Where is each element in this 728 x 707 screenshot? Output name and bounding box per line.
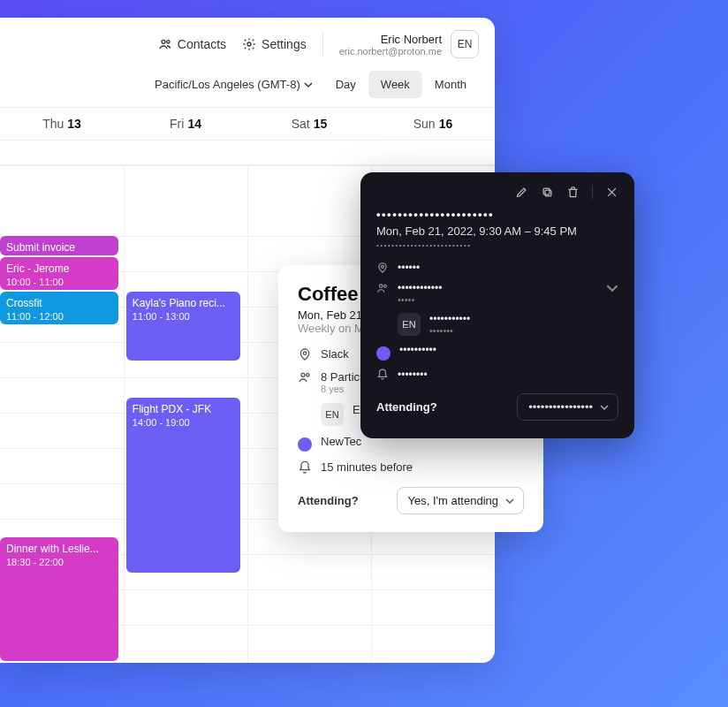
event-time: 10:00 - 11:00: [6, 276, 112, 289]
organizer-avatar: EN: [398, 313, 421, 336]
svg-point-1: [166, 41, 169, 43]
settings-label: Settings: [262, 37, 307, 51]
gear-icon: [242, 37, 256, 51]
reminder-row: ••••••••: [376, 369, 618, 381]
copy-icon[interactable]: [541, 186, 554, 199]
event-time: 18:30 - 22:00: [6, 556, 112, 569]
reminder-value: 15 minutes before: [321, 460, 413, 474]
participants-sub: •••••: [398, 294, 442, 305]
location-value: ••••••: [398, 262, 420, 274]
settings-link[interactable]: Settings: [242, 37, 307, 51]
calendar-name: ••••••••••: [399, 344, 436, 356]
event-title: Submit invoice: [6, 240, 112, 255]
contacts-label: Contacts: [178, 37, 226, 51]
app-header: Contacts Settings Eric Norbert eric.norb…: [0, 18, 495, 71]
popover-tools: [376, 185, 618, 199]
location-icon: [376, 262, 389, 274]
trash-icon[interactable]: [566, 186, 580, 199]
user-menu[interactable]: Eric Norbert eric.norbert@proton.me EN: [339, 30, 479, 58]
participants-count: 8 Partici: [321, 370, 362, 384]
event-eric-jerome[interactable]: Eric - Jerome 10:00 - 11:00: [0, 257, 118, 290]
event-popover-dark: •••••••••••••••••••••• Mon, Feb 21, 2022…: [360, 172, 634, 438]
organizer-name: E: [353, 403, 360, 416]
event-title: Dinner with Leslie...: [6, 542, 112, 556]
event-piano[interactable]: Kayla's Piano reci... 11:00 - 13:00: [126, 292, 240, 361]
people-icon: [298, 370, 312, 384]
svg-point-8: [382, 265, 384, 268]
event-dinner[interactable]: Dinner with Leslie... 18:30 - 22:00: [0, 537, 118, 661]
event-time: 14:00 - 19:00: [133, 416, 234, 430]
organizer-avatar: EN: [321, 403, 344, 426]
chevron-down-icon: [600, 403, 609, 412]
calendar-row: ••••••••••: [376, 344, 618, 361]
allday-row: [0, 141, 495, 165]
event-submit-invoice[interactable]: Submit invoice: [0, 236, 118, 255]
attending-select[interactable]: ••••••••••••••••: [517, 393, 618, 421]
svg-point-10: [383, 285, 386, 287]
event-flight[interactable]: Flight PDX - JFK 14:00 - 19:00: [126, 398, 240, 573]
attending-label: Attending?: [298, 494, 359, 507]
calendar-color-icon: [376, 346, 391, 361]
view-day-button[interactable]: Day: [323, 71, 368, 98]
attending-row: Attending? ••••••••••••••••: [376, 393, 618, 421]
calendar-color-icon: [298, 437, 312, 452]
chevron-down-icon: [505, 497, 514, 506]
attending-select[interactable]: Yes, I'm attending: [397, 487, 524, 514]
reminder-value: ••••••••: [398, 369, 428, 381]
popover-title: ••••••••••••••••••••••: [376, 208, 618, 221]
location-icon: [298, 347, 312, 361]
view-month-button[interactable]: Month: [422, 71, 479, 98]
edit-icon[interactable]: [515, 186, 528, 199]
timezone-select[interactable]: Pacific/Los Angeles (GMT-8): [144, 71, 323, 98]
toolbar: Pacific/Los Angeles (GMT-8) Day Week Mon…: [0, 71, 495, 108]
header-divider: [322, 33, 323, 56]
event-title: Crossfit: [6, 296, 112, 310]
popover-recurrence: •••••••••••••••••••••••••: [376, 241, 618, 249]
user-text: Eric Norbert eric.norbert@proton.me: [339, 33, 442, 57]
organizer-row: EN ••••••••••• •••••••: [376, 313, 618, 336]
svg-point-5: [307, 374, 309, 376]
bell-icon: [376, 369, 389, 381]
organizer-line1: •••••••••••: [429, 313, 470, 325]
day-header: Thu13 Fri14 Sat15 Sun16: [0, 108, 495, 141]
svg-rect-7: [543, 188, 550, 194]
day-col-sat[interactable]: Sat15: [247, 117, 371, 131]
svg-point-9: [380, 285, 383, 288]
location-value: Slack: [321, 347, 349, 361]
reminder-row: 15 minutes before: [298, 460, 524, 475]
bell-icon: [298, 460, 312, 475]
contacts-icon: [158, 37, 172, 51]
organizer-line2: •••••••: [429, 325, 470, 336]
event-title: Eric - Jerome: [6, 262, 112, 276]
user-email: eric.norbert@proton.me: [339, 46, 442, 57]
attending-value: Yes, I'm attending: [408, 494, 498, 507]
chevron-down-icon: [606, 282, 618, 294]
user-name: Eric Norbert: [339, 33, 442, 46]
tool-divider: [592, 185, 593, 199]
participants-row[interactable]: •••••••••••• •••••: [376, 282, 618, 305]
people-icon: [376, 282, 389, 294]
event-title: Kayla's Piano reci...: [133, 296, 234, 310]
attending-label: Attending?: [376, 400, 437, 414]
location-row: ••••••: [376, 262, 618, 274]
day-col-thu[interactable]: Thu13: [0, 117, 124, 131]
event-crossfit[interactable]: Crossfit 11:00 - 12:00: [0, 292, 118, 324]
contacts-link[interactable]: Contacts: [158, 37, 226, 51]
svg-rect-6: [545, 190, 551, 196]
view-week-button[interactable]: Week: [368, 71, 422, 98]
attending-value: ••••••••••••••••: [528, 400, 593, 414]
svg-point-4: [301, 373, 305, 376]
chevron-down-icon: [304, 80, 313, 89]
avatar: EN: [451, 30, 479, 58]
event-time: 11:00 - 13:00: [133, 310, 234, 323]
event-title: Flight PDX - JFK: [133, 402, 234, 416]
participants-sub: 8 yes: [321, 384, 362, 394]
day-col-sun[interactable]: Sun16: [371, 117, 495, 131]
svg-point-2: [247, 42, 251, 46]
svg-point-0: [162, 40, 165, 43]
svg-point-3: [303, 352, 306, 354]
close-icon[interactable]: [605, 186, 618, 199]
attending-row: Attending? Yes, I'm attending: [298, 487, 524, 514]
day-col-fri[interactable]: Fri14: [124, 117, 247, 131]
event-time: 11:00 - 12:00: [6, 310, 112, 323]
